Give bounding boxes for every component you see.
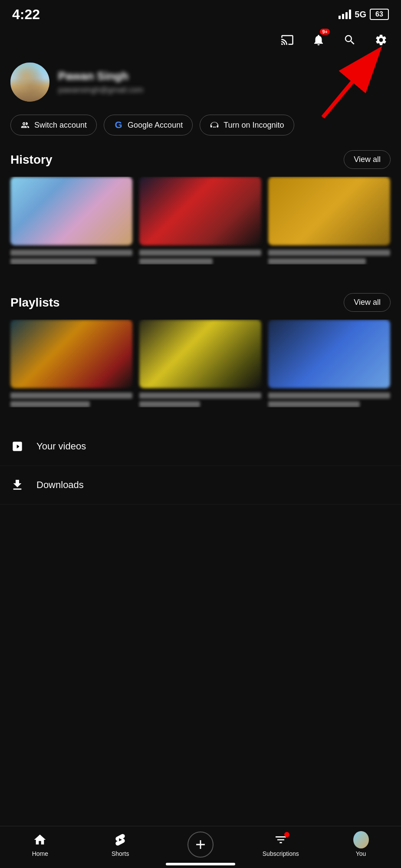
notification-badge: 9+ [320, 29, 330, 35]
google-account-button[interactable]: G Google Account [104, 115, 193, 135]
history-thumb-img-1 [10, 177, 132, 245]
avatar [10, 63, 49, 102]
cast-button[interactable] [278, 30, 297, 50]
playlist-thumb-2[interactable] [139, 320, 261, 407]
history-thumb-1[interactable] [10, 177, 132, 264]
gear-icon [375, 33, 388, 46]
history-thumb-subtitle-2 [139, 258, 213, 264]
playlist-thumb-title-1 [10, 393, 132, 399]
history-thumb-2[interactable] [139, 177, 261, 264]
history-title: History [10, 153, 52, 167]
history-section-header: History View all [0, 146, 401, 177]
history-thumb-title-1 [10, 250, 132, 256]
home-indicator [166, 863, 235, 865]
top-nav: 9+ [0, 26, 401, 54]
playlist-thumb-img-1 [10, 320, 132, 388]
switch-account-button[interactable]: Switch account [10, 115, 97, 135]
home-icon [33, 833, 47, 847]
status-bar: 4:22 5G 63 [0, 0, 401, 26]
your-videos-menu-item[interactable]: Your videos [0, 427, 401, 466]
incognito-label: Turn on Incognito [224, 121, 284, 130]
nav-home-label: Home [32, 850, 48, 857]
download-icon [10, 478, 24, 492]
home-icon-wrap [32, 832, 48, 848]
subscriptions-icon-wrap [273, 832, 289, 848]
google-account-label: Google Account [128, 121, 183, 130]
nav-you-label: You [356, 850, 366, 857]
playlist-thumb-3[interactable] [268, 320, 390, 407]
create-button-circle [187, 832, 214, 858]
playlists-view-all-button[interactable]: View all [344, 293, 391, 312]
settings-button[interactable] [371, 30, 391, 50]
signal-bars-icon [339, 10, 351, 19]
profile-name: Pawan Singh [58, 69, 391, 83]
cast-icon [281, 33, 294, 46]
shorts-icon [113, 833, 127, 847]
playlist-thumb-title-3 [268, 393, 390, 399]
incognito-icon [210, 120, 219, 130]
history-thumb-subtitle-1 [10, 258, 96, 264]
switch-account-icon [20, 120, 30, 130]
incognito-button[interactable]: Turn on Incognito [200, 115, 294, 135]
playlist-thumb-subtitle-1 [10, 401, 90, 407]
downloads-menu-item[interactable]: Downloads [0, 466, 401, 505]
downloads-label: Downloads [36, 479, 84, 491]
playlists-section-header: Playlists View all [0, 289, 401, 320]
playlist-thumb-subtitle-3 [268, 401, 360, 407]
nav-you[interactable]: You [321, 832, 401, 857]
battery-indicator: 63 [370, 9, 389, 20]
history-thumb-3[interactable] [268, 177, 390, 264]
notifications-button[interactable]: 9+ [309, 30, 328, 50]
nav-home[interactable]: Home [0, 832, 80, 857]
plus-icon [193, 837, 208, 852]
nav-subscriptions-label: Subscriptions [263, 850, 299, 857]
nav-subscriptions[interactable]: Subscriptions [240, 832, 321, 857]
subscriptions-notification-dot [284, 832, 289, 837]
playlist-thumb-title-2 [139, 393, 261, 399]
you-avatar-thumb [353, 831, 369, 848]
google-icon: G [114, 120, 123, 130]
history-thumbnails [0, 177, 401, 264]
nav-shorts-label: Shorts [112, 850, 129, 857]
network-label: 5G [355, 10, 366, 20]
search-button[interactable] [340, 30, 359, 50]
you-icon-wrap [353, 832, 369, 848]
playlist-thumb-subtitle-2 [139, 401, 200, 407]
history-thumb-img-3 [268, 177, 390, 245]
your-videos-label: Your videos [36, 441, 86, 452]
shorts-icon-wrap [112, 832, 128, 848]
history-thumb-img-2 [139, 177, 261, 245]
history-thumb-title-2 [139, 250, 261, 256]
profile-info: Pawan Singh pawansingh@gmail.com [58, 69, 391, 95]
history-view-all-button[interactable]: View all [344, 150, 391, 169]
subscriptions-badge-wrap [274, 833, 288, 847]
playlist-thumb-img-3 [268, 320, 390, 388]
playlist-thumb-1[interactable] [10, 320, 132, 407]
action-buttons: Switch account G Google Account Turn on … [0, 110, 401, 146]
playlists-thumbnails [0, 320, 401, 407]
search-icon [343, 33, 356, 46]
status-time: 4:22 [12, 7, 40, 23]
playlists-title: Playlists [10, 296, 60, 310]
history-thumb-subtitle-3 [268, 258, 366, 264]
bottom-nav: Home Shorts Subscriptions [0, 826, 401, 868]
nav-shorts[interactable]: Shorts [80, 832, 161, 857]
history-thumb-title-3 [268, 250, 390, 256]
nav-create[interactable] [161, 832, 241, 858]
profile-email: pawansingh@gmail.com [58, 86, 391, 95]
profile-section: Pawan Singh pawansingh@gmail.com [0, 54, 401, 110]
status-icons: 5G 63 [339, 9, 389, 20]
playlist-thumb-img-2 [139, 320, 261, 388]
bell-icon [312, 33, 325, 46]
play-square-icon [10, 439, 24, 453]
switch-account-label: Switch account [34, 121, 87, 130]
